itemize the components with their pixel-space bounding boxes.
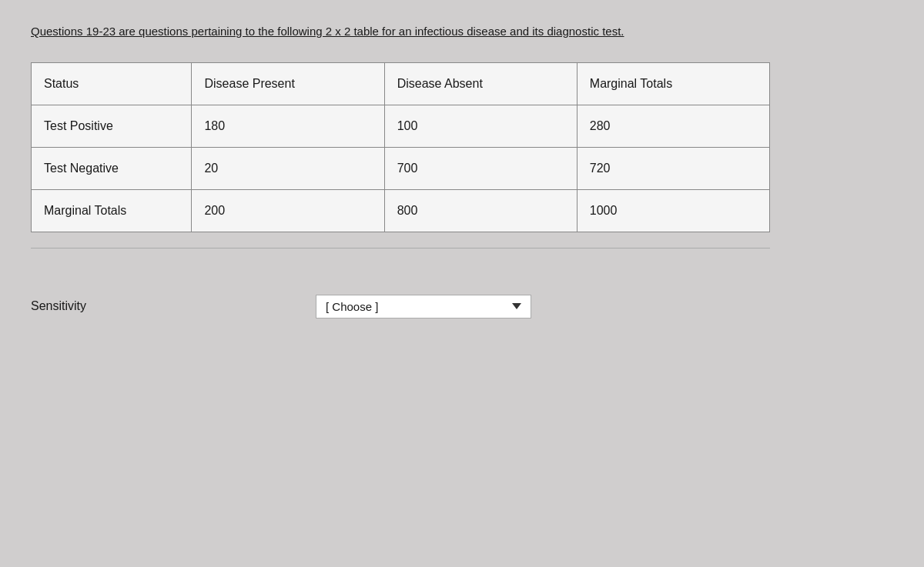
sensitivity-select-value: [ Choose ] xyxy=(326,300,378,313)
sensitivity-label: Sensitivity xyxy=(31,299,123,313)
table-row: Test Positive 180 100 280 xyxy=(32,105,770,147)
header-marginal-totals: Marginal Totals xyxy=(577,62,769,105)
row3-marginal-totals: 1000 xyxy=(577,189,769,232)
header-disease-absent: Disease Absent xyxy=(384,62,577,105)
table-header-row: Status Disease Present Disease Absent Ma… xyxy=(32,62,770,105)
row2-disease-present: 20 xyxy=(192,147,384,189)
table-row: Test Negative 20 700 720 xyxy=(32,147,770,189)
section-divider xyxy=(31,248,770,248)
row1-marginal-totals: 280 xyxy=(577,105,769,147)
intro-text: Questions 19-23 are questions pertaining… xyxy=(31,23,770,41)
sensitivity-row: Sensitivity [ Choose ] xyxy=(31,295,893,319)
row3-disease-present: 200 xyxy=(192,189,384,232)
row2-status: Test Negative xyxy=(32,147,192,189)
row3-disease-absent: 800 xyxy=(384,189,577,232)
row3-status: Marginal Totals xyxy=(32,189,192,232)
row1-disease-present: 180 xyxy=(192,105,384,147)
row2-marginal-totals: 720 xyxy=(577,147,769,189)
row1-disease-absent: 100 xyxy=(384,105,577,147)
table-row: Marginal Totals 200 800 1000 xyxy=(32,189,770,232)
sensitivity-dropdown[interactable]: [ Choose ] xyxy=(316,295,531,319)
chevron-down-icon xyxy=(512,303,521,309)
header-status: Status xyxy=(32,62,192,105)
header-disease-present: Disease Present xyxy=(192,62,384,105)
row2-disease-absent: 700 xyxy=(384,147,577,189)
row1-status: Test Positive xyxy=(32,105,192,147)
data-table: Status Disease Present Disease Absent Ma… xyxy=(31,62,770,232)
